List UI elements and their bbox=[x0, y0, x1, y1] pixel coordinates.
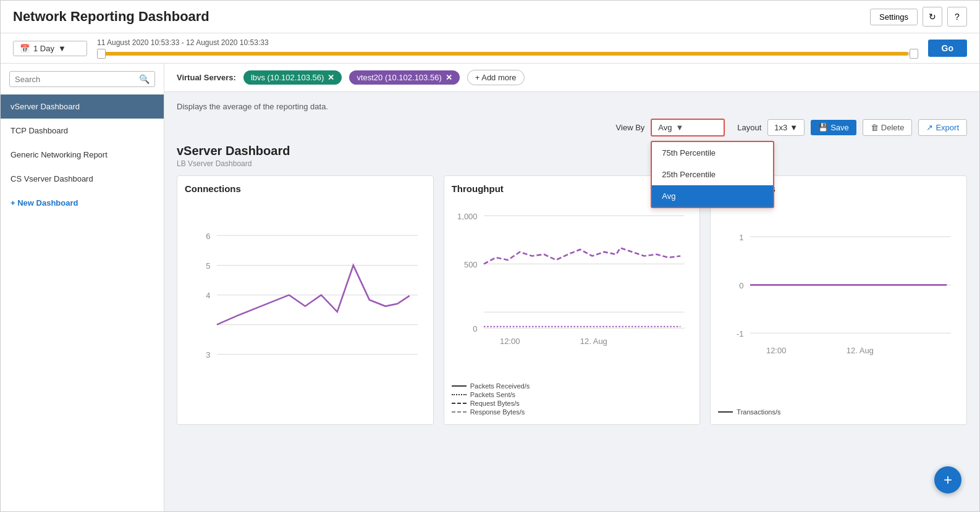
svg-text:3: 3 bbox=[206, 350, 210, 359]
svg-text:1: 1 bbox=[740, 233, 744, 242]
settings-button[interactable]: Settings bbox=[870, 9, 918, 25]
search-box[interactable]: 🔍 bbox=[9, 71, 155, 87]
svg-text:0: 0 bbox=[740, 281, 744, 290]
legend-request-bytes: Request Bytes/s bbox=[452, 400, 693, 407]
sidebar-item-vserver-dashboard[interactable]: vServer Dashboard bbox=[1, 94, 164, 119]
save-icon: 💾 bbox=[818, 123, 828, 132]
dashboard-subtitle: LB Vserver Dashboard bbox=[177, 159, 967, 168]
timebar: 📅 1 Day ▼ 11 August 2020 10:53:33 - 12 A… bbox=[1, 33, 979, 64]
charts-row: Connections 6 5 bbox=[177, 175, 967, 425]
time-label: 11 August 2020 10:53:33 - 12 August 2020… bbox=[97, 38, 918, 47]
dashboard-title: vServer Dashboard bbox=[177, 144, 967, 158]
calendar-icon: 📅 bbox=[20, 44, 30, 53]
search-input[interactable] bbox=[15, 75, 135, 84]
tag-vtest20-text: vtest20 (10.102.103.56) bbox=[357, 73, 441, 82]
header: Network Reporting Dashboard Settings ↻ ? bbox=[1, 1, 979, 33]
chart-transactions-legend: Transactions/s bbox=[718, 408, 959, 417]
layout-select[interactable]: 1x3 ▼ bbox=[767, 119, 805, 136]
go-button[interactable]: Go bbox=[928, 40, 967, 57]
svg-text:12. Aug: 12. Aug bbox=[847, 346, 874, 355]
tag-vtest20-close[interactable]: ✕ bbox=[446, 73, 452, 82]
svg-text:12:00: 12:00 bbox=[766, 346, 786, 355]
legend-label-response-bytes: Response Bytes/s bbox=[470, 408, 525, 416]
viewby-dropdown-popup: 75th Percentile 25th Percentile Avg bbox=[651, 141, 774, 208]
legend-label-packets-sent: Packets Sent/s bbox=[470, 391, 515, 398]
dashboard-title-section: vServer Dashboard LB Vserver Dashboard bbox=[177, 144, 967, 168]
time-range-select[interactable]: 📅 1 Day ▼ bbox=[13, 41, 87, 56]
delete-icon: 🗑 bbox=[871, 123, 879, 132]
slider-track[interactable] bbox=[97, 52, 918, 56]
export-button[interactable]: ↗ Export bbox=[918, 119, 967, 136]
chart-throughput: Throughput 1,000 500 0 bbox=[444, 175, 701, 425]
viewby-label: View By bbox=[616, 123, 645, 132]
dashboard-area: Displays the average of the reporting da… bbox=[164, 92, 979, 511]
chart-connections-area: 6 5 4 3 bbox=[185, 199, 426, 417]
slider-fill bbox=[97, 52, 908, 56]
viewby-current: Avg bbox=[658, 123, 672, 132]
tag-lbvs-close[interactable]: ✕ bbox=[327, 73, 334, 82]
export-icon: ↗ bbox=[926, 123, 933, 132]
legend-packets-received: Packets Received/s bbox=[452, 382, 693, 390]
svg-text:12. Aug: 12. Aug bbox=[580, 337, 607, 346]
viewby-wrapper: Avg ▼ 75th Percentile 25th Percentile Av… bbox=[651, 119, 725, 136]
help-button[interactable]: ? bbox=[947, 7, 967, 27]
svg-text:0: 0 bbox=[473, 324, 477, 334]
legend-label-transactions: Transactions/s bbox=[737, 408, 780, 416]
tag-lbvs-text: lbvs (10.102.103.56) bbox=[251, 73, 324, 82]
viewby-dropdown-arrow: ▼ bbox=[675, 123, 683, 132]
layout-label: Layout bbox=[737, 123, 761, 132]
delete-button[interactable]: 🗑 Delete bbox=[863, 119, 913, 136]
legend-icon-dotted bbox=[452, 394, 467, 395]
legend-icon-solid bbox=[452, 385, 467, 387]
svg-text:5: 5 bbox=[206, 261, 210, 271]
viewby-select[interactable]: Avg ▼ bbox=[651, 119, 725, 136]
new-dashboard-button[interactable]: + New Dashboard bbox=[1, 191, 164, 215]
legend-icon-transactions-solid bbox=[718, 411, 733, 413]
chart-connections: Connections 6 5 bbox=[177, 175, 434, 425]
fab-add-button[interactable]: + bbox=[934, 466, 961, 493]
sidebar: 🔍 vServer Dashboard TCP Dashboard Generi… bbox=[1, 64, 164, 511]
chart-transactions-area: 1 0 -1 12:00 12. Aug bbox=[718, 199, 959, 403]
dropdown-icon: ▼ bbox=[58, 44, 66, 53]
legend-icon-dash bbox=[452, 403, 467, 404]
legend-transactions: Transactions/s bbox=[718, 408, 959, 416]
svg-text:-1: -1 bbox=[737, 329, 744, 338]
chart-throughput-legend: Packets Received/s Packets Sent/s Reques… bbox=[452, 382, 693, 417]
app-title: Network Reporting Dashboard bbox=[13, 9, 209, 25]
chart-throughput-svg: 1,000 500 0 12:00 12. Aug bbox=[452, 199, 693, 377]
tag-lbvs: lbvs (10.102.103.56) ✕ bbox=[243, 70, 342, 85]
option-avg[interactable]: Avg bbox=[652, 185, 773, 207]
sidebar-item-cs-vserver[interactable]: CS Vserver Dashboard bbox=[1, 167, 164, 191]
chart-throughput-area: 1,000 500 0 12:00 12. Aug bbox=[452, 199, 693, 377]
header-actions: Settings ↻ ? bbox=[870, 7, 967, 27]
chart-connections-title: Connections bbox=[185, 183, 426, 194]
option-25th[interactable]: 25th Percentile bbox=[652, 164, 773, 185]
slider-thumb-right[interactable] bbox=[910, 49, 918, 59]
legend-packets-sent: Packets Sent/s bbox=[452, 391, 693, 398]
svg-text:1,000: 1,000 bbox=[457, 212, 477, 221]
time-slider-area: 11 August 2020 10:53:33 - 12 August 2020… bbox=[97, 38, 918, 58]
dashboard-toolbar: View By Avg ▼ 75th Percentile 25th Perce… bbox=[177, 119, 967, 136]
add-more-button[interactable]: + Add more bbox=[467, 70, 525, 85]
main-layout: 🔍 vServer Dashboard TCP Dashboard Generi… bbox=[1, 64, 979, 511]
refresh-button[interactable]: ↻ bbox=[923, 7, 942, 27]
layout-current: 1x3 bbox=[774, 123, 787, 132]
chart-transactions: Transactions 1 0 -1 bbox=[710, 175, 967, 425]
tag-vtest20: vtest20 (10.102.103.56) ✕ bbox=[349, 70, 459, 85]
search-icon: 🔍 bbox=[139, 74, 150, 84]
sidebar-item-generic-networking[interactable]: Generic Networking Report bbox=[1, 143, 164, 167]
dashboard-description: Displays the average of the reporting da… bbox=[177, 102, 967, 111]
svg-text:6: 6 bbox=[206, 232, 210, 241]
svg-text:500: 500 bbox=[464, 260, 478, 269]
slider-thumb-left[interactable] bbox=[97, 49, 106, 59]
option-75th[interactable]: 75th Percentile bbox=[652, 142, 773, 164]
svg-text:4: 4 bbox=[206, 291, 210, 300]
time-range-label: 1 Day bbox=[33, 44, 54, 53]
sidebar-item-tcp-dashboard[interactable]: TCP Dashboard bbox=[1, 119, 164, 143]
legend-icon-dash2 bbox=[452, 411, 467, 413]
chart-transactions-svg: 1 0 -1 12:00 12. Aug bbox=[718, 199, 959, 403]
chart-connections-svg: 6 5 4 3 bbox=[185, 199, 426, 417]
save-button[interactable]: 💾 Save bbox=[811, 120, 856, 135]
content: Virtual Servers: lbvs (10.102.103.56) ✕ … bbox=[164, 64, 979, 511]
legend-label-packets-received: Packets Received/s bbox=[470, 382, 530, 390]
